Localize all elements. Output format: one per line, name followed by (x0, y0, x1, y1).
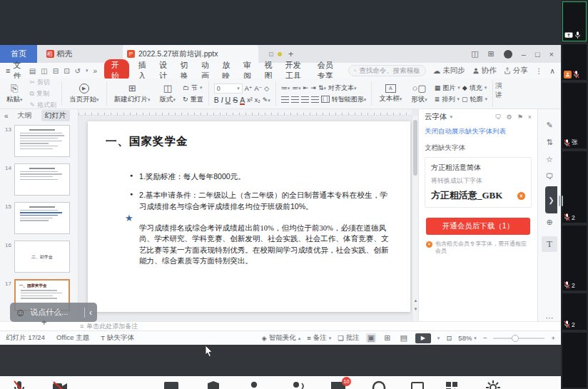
sidebar-resize-handle[interactable] (559, 196, 563, 206)
strikethrough-button[interactable]: S (233, 96, 238, 104)
undo-icon[interactable]: ↺ (75, 67, 81, 75)
speaker-member-icon[interactable] (290, 380, 305, 389)
collapse-chat-icon[interactable]: ‹ (89, 308, 92, 318)
copy-button[interactable]: ⧉复制 (30, 89, 57, 98)
comments-pane-icon[interactable]: 🗨 (538, 172, 561, 181)
minimize-button[interactable]: – (522, 50, 526, 59)
tab-docer[interactable]: 稻 稻壳 (37, 45, 81, 63)
shapes-button[interactable]: ○▢ 形状▾ (409, 84, 430, 104)
format-painter-button[interactable]: ✎格式刷 (30, 101, 57, 110)
panel-title-caret-icon[interactable]: ▾ (450, 114, 453, 120)
zoom-slider-knob[interactable] (512, 335, 519, 342)
print-icon[interactable]: ⊟ (53, 67, 59, 75)
participant-tile[interactable]: 2 (562, 293, 587, 330)
notes-toggle-button[interactable]: ≡备注▾ (307, 333, 331, 343)
cut-button[interactable]: ✂剪切 (30, 79, 57, 87)
export-icon[interactable]: ◫ (41, 67, 47, 75)
picture-button[interactable]: ▦图片▾ (435, 84, 460, 93)
increase-indent-icon[interactable]: ⇥ (310, 84, 316, 91)
gear-icon[interactable]: ⚙ (507, 113, 512, 121)
animation-pane-icon[interactable]: ⇅ (538, 138, 561, 147)
fill-button[interactable]: ◆填充▾ (462, 84, 487, 93)
fit-to-window-icon[interactable]: ⊡ (446, 334, 452, 342)
participant-tile[interactable]: 2 (562, 151, 587, 223)
text-tool-icon[interactable]: T (542, 236, 557, 252)
numbered-list-icon[interactable]: ≕▾ (292, 84, 301, 91)
security-shield-icon[interactable] (206, 380, 221, 389)
align-center-icon[interactable] (291, 96, 299, 103)
save-icon[interactable]: ▤ (29, 67, 36, 75)
meeting-chat-quick-input[interactable]: ☺ 说点什么... ‹ (10, 303, 97, 322)
participant-tile-sharing[interactable] (562, 1, 587, 41)
missing-font-card[interactable]: 方正粗活意简体 将转换成以下字体 方正粗活意_GBK ¥ (425, 157, 532, 208)
canvas-vertical-scrollbar[interactable]: ▲ ▼ (412, 116, 418, 321)
superscript-button[interactable]: x² (247, 96, 253, 103)
preview-icon[interactable]: ⊡ (64, 67, 69, 75)
command-search-input[interactable]: 查找命令、搜索模板 (348, 65, 426, 76)
smart-beautify-button[interactable]: ◈智能美化▴ (261, 333, 300, 343)
layout-button[interactable]: ◫ 版式▾ (158, 84, 178, 104)
section-button[interactable]: 🗀节▾ (183, 84, 203, 93)
slide-thumbnail-15[interactable]: 15 (0, 202, 78, 234)
outline-button[interactable]: ▢轮廓▾ (462, 95, 487, 104)
bullet-list-icon[interactable]: ≔▾ (281, 84, 290, 91)
line-spacing-icon[interactable]: ⇅▾ (318, 84, 326, 91)
help-icon[interactable]: ⊕ (538, 218, 561, 227)
camera-muted-icon[interactable] (51, 380, 69, 389)
previous-slide-icon[interactable]: ▲ (412, 298, 419, 303)
zoom-slider[interactable] (493, 338, 544, 339)
emoji-smiley-icon[interactable]: ☺ (15, 307, 26, 318)
split-view-icon[interactable]: ◫ (471, 49, 478, 59)
properties-icon[interactable]: ✎ (538, 121, 561, 130)
disable-auto-show-link[interactable]: 关闭自动展示缺失字体列表 (419, 125, 537, 138)
microphone-muted-icon[interactable] (11, 380, 27, 389)
pin-icon[interactable]: ⚑ (517, 113, 523, 121)
share-button[interactable]: 分享 (504, 66, 528, 76)
slideshow-play-button[interactable]: ▶ (415, 333, 431, 343)
reading-view-icon[interactable]: ▤ (398, 333, 408, 343)
add-note-plus-button[interactable]: + (41, 317, 47, 328)
feedback-comment-icon[interactable]: 🗨 (495, 113, 502, 121)
chat-input-placeholder[interactable]: 说点什么... (30, 307, 80, 318)
participant-tile[interactable] (562, 333, 587, 388)
scrollbar-thumb[interactable] (413, 120, 417, 176)
collapse-panel-icon[interactable]: « (4, 112, 9, 120)
decrease-font-icon[interactable]: A⁻ (254, 85, 262, 92)
sync-status[interactable]: ☁未同步 (433, 66, 465, 76)
account-globe-icon[interactable] (504, 50, 512, 59)
slide-thumbnail-13[interactable]: 13 (0, 125, 78, 157)
reset-button[interactable]: ↻重置 (183, 95, 203, 104)
participant-tile[interactable]: 2 (562, 226, 587, 291)
slides-tab[interactable]: 幻灯片 (41, 110, 70, 121)
align-left-icon[interactable] (281, 96, 289, 103)
align-right-icon[interactable] (301, 96, 309, 103)
text-effects-button[interactable]: ✎▾ (263, 96, 270, 103)
close-button[interactable]: × (549, 50, 554, 59)
open-member-download-button[interactable]: 开通会员后下载（1） (426, 218, 530, 235)
paste-button[interactable]: ⎘ 粘贴▾ (4, 84, 25, 104)
more-menu-icon[interactable]: ⋮ (535, 66, 543, 75)
favorites-icon[interactable]: ☆ (538, 155, 561, 164)
font-color-button[interactable]: A (240, 96, 245, 104)
notes-bar[interactable]: ≡ 单击此处添加备注 (0, 321, 561, 330)
clear-format-icon[interactable]: ◇ (264, 85, 269, 92)
apps-icon[interactable] (444, 380, 460, 389)
tab-list-icon[interactable]: ⊞ (488, 49, 495, 59)
more-tools-icon[interactable]: ⋯ (538, 313, 561, 323)
current-slide[interactable]: 一、国家奖学金 1.奖励标准：每人每年8000元。 2.基本申请条件：二年级以上… (88, 121, 410, 312)
new-slide-button[interactable]: ⊞ 新建幻灯片▾ (112, 84, 153, 104)
comments-button[interactable]: ❏批注 (338, 333, 360, 343)
outline-tab[interactable]: 大纲 (14, 110, 36, 121)
play-options-caret-icon[interactable]: ▾ (437, 335, 440, 341)
zoom-in-button[interactable]: + (551, 334, 555, 342)
columns-icon[interactable]: ❘❘ (321, 96, 330, 103)
share-screen-icon[interactable] (163, 380, 180, 389)
missing-font-indicator[interactable]: T缺失字体 (101, 333, 134, 343)
theme-name[interactable]: Office 主题 (56, 333, 89, 343)
restore-button[interactable]: □ (535, 50, 540, 59)
play-from-current-button[interactable]: ▶ 当页开始▾ (67, 84, 101, 104)
bold-button[interactable]: B (214, 96, 219, 104)
collapse-pane-handle[interactable]: ❯ (545, 186, 557, 213)
record-icon[interactable] (371, 380, 387, 389)
align-text-button[interactable]: 对齐文本▾ (328, 84, 357, 93)
